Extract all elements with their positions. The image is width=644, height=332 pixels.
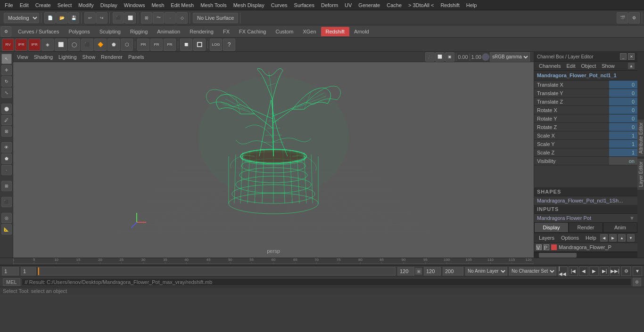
pr3-btn[interactable]: PR	[164, 39, 176, 51]
aov2-btn[interactable]: 🔳	[193, 39, 206, 51]
vertex-btn[interactable]: ·	[1, 165, 12, 175]
snap-curve-btn[interactable]: 〜	[153, 12, 164, 24]
channel-row-tz[interactable]: Translate Z 0	[534, 97, 637, 106]
menu-3dtoall[interactable]: > 3DtoAll <	[405, 1, 437, 9]
panels-menu[interactable]: Panels	[128, 54, 144, 60]
tab-settings-btn[interactable]: ⚙	[1, 26, 11, 37]
skip-start-btn[interactable]: |◀◀	[558, 267, 568, 276]
play-back-btn[interactable]: ◀	[579, 267, 588, 276]
char-set-select[interactable]: No Character Set	[509, 267, 556, 275]
log-btn[interactable]: LOG	[210, 39, 222, 51]
step-back-btn[interactable]: |◀	[569, 267, 578, 276]
menu-redshift[interactable]: Redshift	[438, 1, 462, 9]
shading-menu[interactable]: Shading	[34, 54, 53, 60]
menu-edit[interactable]: Edit	[17, 1, 32, 9]
ipr2-btn[interactable]: IPR	[28, 39, 41, 51]
layer-playback-checkbox[interactable]: P	[544, 244, 549, 250]
select-tool-btn[interactable]: ⬛	[113, 12, 124, 24]
show-menu[interactable]: Show	[83, 54, 96, 60]
menu-generate[interactable]: Generate	[355, 1, 383, 9]
ruler-btn[interactable]: 📐	[1, 224, 12, 235]
status-settings-btn[interactable]: ⚙	[633, 278, 641, 286]
snap-surface-btn[interactable]: ◇	[176, 12, 188, 24]
timeline-range[interactable]	[38, 267, 396, 275]
scrollbar-thumb[interactable]	[539, 253, 577, 258]
menu-display[interactable]: Display	[98, 1, 120, 9]
pr2-btn[interactable]: PR	[150, 39, 163, 51]
cb-tab-show[interactable]: Show	[600, 63, 617, 69]
cb-tab-object[interactable]: Object	[579, 63, 598, 69]
end-frame-field[interactable]	[424, 267, 441, 275]
tab-polygons[interactable]: Polygons	[64, 27, 94, 36]
pr1-btn[interactable]: PR	[137, 39, 149, 51]
menu-create[interactable]: Create	[33, 1, 54, 9]
h-scrollbar[interactable]	[534, 252, 637, 258]
tab-sculpting[interactable]: Sculpting	[95, 27, 125, 36]
channel-row-rx[interactable]: Rotate X 0	[534, 106, 637, 114]
menu-mesh-tools[interactable]: Mesh Tools	[198, 1, 229, 9]
inputs-item[interactable]: Mandragora Flower Pot ▼	[534, 214, 637, 222]
tab-redshift[interactable]: Redshift	[321, 27, 349, 36]
show-hide-btn[interactable]: 👁	[1, 142, 12, 153]
material-btn[interactable]: ◈	[41, 39, 54, 51]
menu-edit-mesh[interactable]: Edit Mesh	[168, 1, 197, 9]
menu-surfaces[interactable]: Surfaces	[291, 1, 317, 9]
layer-move-down[interactable]: ▼	[627, 234, 635, 242]
workspace-selector[interactable]: Modeling	[4, 13, 39, 23]
dome-btn[interactable]: ◯	[68, 39, 80, 51]
playback-settings-btn[interactable]: ⚙	[621, 267, 631, 276]
playback-speed-field[interactable]	[443, 267, 463, 275]
skip-end-btn[interactable]: ▶▶|	[610, 267, 619, 276]
dra-tab-render[interactable]: Render	[569, 222, 603, 233]
menu-file[interactable]: File	[2, 1, 16, 9]
expand-arrow[interactable]: ▲	[628, 63, 635, 69]
menu-modify[interactable]: Modify	[75, 1, 96, 9]
select-tool[interactable]: ↖	[1, 54, 12, 64]
panel-minimize-btn[interactable]: _	[620, 53, 627, 60]
menu-cache[interactable]: Cache	[384, 1, 405, 9]
render-preview-btn[interactable]: 🎬	[617, 12, 628, 24]
lighting-menu[interactable]: Lighting	[58, 54, 77, 60]
menu-uv[interactable]: UV	[342, 1, 355, 9]
layer-row[interactable]: V P Mandragora_Flower_P	[534, 243, 637, 252]
tab-xgen[interactable]: XGen	[298, 27, 321, 36]
camera-icon[interactable]: 🎥	[425, 52, 435, 62]
layers-tab-help[interactable]: Help	[584, 235, 598, 241]
menu-curves[interactable]: Curves	[268, 1, 290, 9]
cb-tab-edit[interactable]: Edit	[564, 63, 577, 69]
quick-layout-btn[interactable]: ⬛	[1, 197, 12, 207]
key-frame-field[interactable]	[397, 267, 414, 275]
snap-together-btn[interactable]: ⊞	[1, 126, 12, 137]
new-file-btn[interactable]: 📄	[44, 12, 56, 24]
dra-tab-anim[interactable]: Anim	[603, 222, 637, 233]
scale-tool[interactable]: ⤡	[1, 88, 12, 98]
timeline-settings-btn[interactable]: ▼	[633, 267, 642, 276]
help-rs-btn[interactable]: ?	[223, 39, 235, 51]
channel-row-ry[interactable]: Rotate Y 0	[534, 114, 637, 123]
tab-curves-surfaces[interactable]: Curves / Surfaces	[13, 27, 64, 36]
channel-row-rz[interactable]: Rotate Z 0	[534, 123, 637, 131]
layers-tab-options[interactable]: Options	[559, 235, 581, 241]
timeline-numbers[interactable]: 1 5 10 15 20 25 30 35 40 45 50	[0, 258, 644, 265]
layer-move-up[interactable]: ▲	[618, 234, 626, 242]
shape1-btn[interactable]: 🔶	[94, 39, 107, 51]
aov1-btn[interactable]: 🔲	[180, 39, 192, 51]
anim-layer-select[interactable]: No Anim Layer	[465, 267, 507, 275]
soft-select-btn[interactable]: ⬤	[1, 104, 12, 114]
grid-view-btn[interactable]: ⊞	[1, 181, 12, 191]
layer-visibility-checkbox[interactable]: V	[536, 244, 542, 250]
menu-windows[interactable]: Windows	[121, 1, 148, 9]
dra-tab-display[interactable]: Display	[534, 222, 569, 233]
layer-move-left[interactable]: ◀	[600, 234, 608, 242]
cube-btn[interactable]: ⬡	[121, 39, 133, 51]
renderer-menu[interactable]: Renderer	[101, 54, 123, 60]
redo-btn[interactable]: ↪	[96, 12, 107, 24]
render-settings-btn[interactable]: ⚙	[628, 12, 640, 24]
menu-mesh[interactable]: Mesh	[149, 1, 167, 9]
attribute-editor-tab[interactable]: Attribute Editor	[637, 120, 644, 156]
timeline-ruler[interactable]: 1 5 10 15 20 25 30 35 40 45 50	[13, 258, 534, 265]
save-file-btn[interactable]: 💾	[68, 12, 79, 24]
current-frame-field[interactable]	[2, 267, 19, 275]
lasso-tool-btn[interactable]: ⬜	[124, 12, 136, 24]
channel-row-vis[interactable]: Visibility on	[534, 157, 637, 165]
